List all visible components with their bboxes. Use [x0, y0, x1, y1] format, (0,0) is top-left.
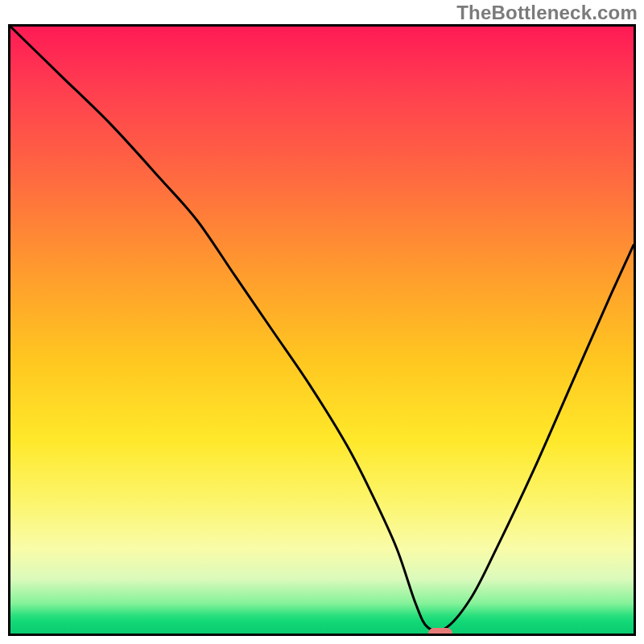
optimal-point-marker: [428, 628, 452, 636]
plot-frame: [8, 24, 636, 636]
watermark-text: TheBottleneck.com: [456, 2, 638, 24]
bottleneck-curve: [10, 27, 634, 634]
chart-container: TheBottleneck.com: [0, 0, 644, 644]
